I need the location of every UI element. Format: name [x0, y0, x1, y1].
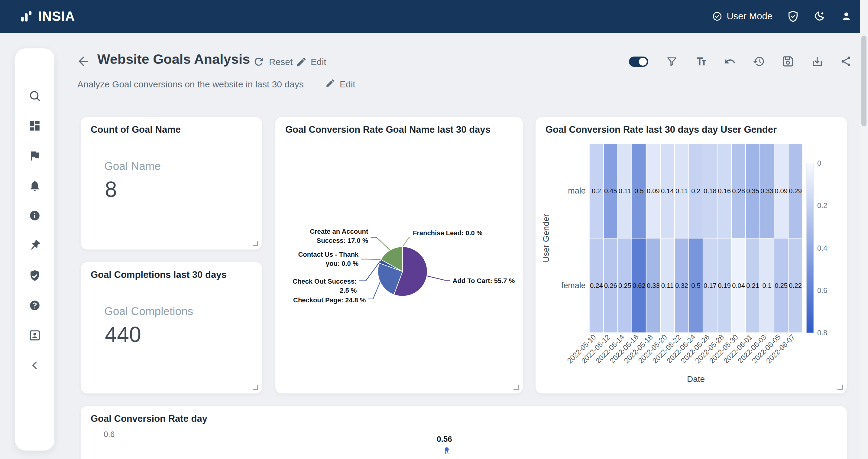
dashboard-icon: [28, 119, 41, 132]
svg-text:0.2: 0.2: [592, 187, 601, 195]
svg-text:0.25: 0.25: [775, 282, 787, 289]
svg-text:0.6: 0.6: [817, 286, 827, 295]
back-button[interactable]: [76, 54, 91, 69]
reset-button[interactable]: Reset: [269, 57, 292, 67]
edit-icon: [296, 56, 307, 68]
save-icon: [782, 55, 794, 67]
brand-logo[interactable]: INSIA: [19, 9, 75, 24]
resize-handle[interactable]: [837, 385, 843, 390]
subtitle-edit-pencil-button[interactable]: [325, 78, 336, 88]
app-root: INSIA User Mode: [0, 0, 868, 459]
svg-text:0.19: 0.19: [718, 282, 731, 289]
svg-text:female: female: [561, 281, 586, 290]
insia-logo-icon: [19, 9, 33, 23]
dashboard-subtitle: Analyze Goal conversions on the website …: [78, 79, 304, 90]
data-point-label: 0.56: [437, 434, 452, 444]
card-title: Goal Conversion Rate Goal Name last 30 d…: [285, 124, 491, 135]
export-icon: [811, 55, 823, 67]
svg-text:0.11: 0.11: [661, 282, 674, 289]
subtitle-edit-button[interactable]: Edit: [340, 79, 355, 90]
flag-icon: [28, 149, 41, 162]
svg-text:0.16: 0.16: [718, 187, 731, 195]
card-title: Goal Conversion Rate last 30 days day Us…: [546, 124, 777, 135]
svg-text:Franchise Lead: 0.0 %: Franchise Lead: 0.0 %: [413, 229, 483, 237]
title-edit-pencil-button[interactable]: [296, 56, 307, 68]
sidebar-item-contact[interactable]: [28, 329, 41, 342]
refresh-button[interactable]: [253, 56, 265, 68]
title-edit-button[interactable]: Edit: [311, 57, 327, 67]
dashboard-view-toggle[interactable]: [629, 57, 648, 67]
card-title: Goal Conversion Rate day: [91, 414, 207, 424]
heatmap-svg[interactable]: 0.20.450.110.50.090.140.110.20.180.160.2…: [535, 117, 847, 393]
toggle-knob: [639, 58, 647, 66]
theme-toggle-button[interactable]: [814, 10, 826, 22]
sidebar-item-security[interactable]: [28, 269, 41, 282]
svg-text:0.24: 0.24: [590, 282, 603, 289]
history-button[interactable]: [753, 55, 765, 67]
sidebar-item-info[interactable]: [28, 209, 41, 222]
sidebar-item-search[interactable]: [28, 90, 41, 102]
svg-text:0.5: 0.5: [691, 282, 701, 289]
resize-handle[interactable]: [253, 241, 258, 246]
heatmap-card: 0.20.450.110.50.090.140.110.20.180.160.2…: [535, 117, 847, 394]
svg-text:0.11: 0.11: [676, 187, 688, 195]
sidebar-item-notifications[interactable]: [28, 179, 41, 192]
sidebar-item-pin[interactable]: [28, 239, 41, 252]
svg-text:0.18: 0.18: [704, 187, 717, 195]
svg-text:0.5: 0.5: [634, 187, 644, 195]
svg-text:0.62: 0.62: [632, 282, 646, 289]
share-icon: [840, 55, 852, 67]
svg-text:0.45: 0.45: [604, 187, 617, 195]
svg-text:0.2: 0.2: [691, 187, 701, 195]
filter-icon: [666, 55, 678, 67]
svg-text:Add To Cart: 55.7 %: Add To Cart: 55.7 %: [453, 277, 515, 284]
help-icon: [28, 299, 41, 312]
check-circle-icon: [712, 11, 722, 22]
history-icon: [753, 55, 765, 67]
svg-text:0.09: 0.09: [775, 187, 787, 195]
svg-text:0: 0: [817, 159, 821, 167]
refresh-icon: [253, 56, 265, 68]
share-button[interactable]: [840, 55, 852, 67]
undo-icon: [724, 55, 736, 67]
svg-text:0.09: 0.09: [647, 187, 660, 195]
line-chart-card: Goal Conversion Rate day 0.6 0.56: [81, 406, 847, 459]
svg-text:0.21: 0.21: [746, 282, 759, 289]
data-point-marker[interactable]: [442, 446, 451, 455]
account-button[interactable]: [840, 10, 852, 22]
resize-handle[interactable]: [253, 385, 258, 390]
privacy-shield-button[interactable]: [787, 10, 799, 22]
undo-button[interactable]: [724, 55, 736, 67]
pie-chart-svg[interactable]: Franchise Lead: 0.0 %Add To Cart: 55.7 %…: [275, 117, 523, 393]
resize-handle[interactable]: [514, 385, 519, 390]
sidebar-item-dashboard[interactable]: [28, 119, 41, 132]
svg-text:0.17: 0.17: [704, 282, 717, 289]
svg-text:0.33: 0.33: [647, 282, 660, 289]
sidebar-item-help[interactable]: [28, 299, 41, 312]
svg-text:User Gender: User Gender: [541, 214, 551, 263]
svg-text:0.32: 0.32: [675, 282, 688, 289]
user-mode-label: User Mode: [726, 11, 773, 22]
scrollbar[interactable]: [860, 0, 868, 459]
svg-text:Checkout Page: 24.8 %: Checkout Page: 24.8 %: [293, 296, 366, 304]
shield-check-icon: [787, 10, 799, 22]
text-size-button[interactable]: [695, 55, 707, 67]
svg-text:0.26: 0.26: [604, 282, 617, 289]
navbar-right: User Mode: [712, 10, 852, 22]
info-icon: [28, 209, 41, 222]
save-button[interactable]: [782, 55, 794, 67]
svg-text:0.22: 0.22: [789, 282, 802, 289]
page-title: Website Goals Analysis: [97, 52, 250, 67]
scrollbar-thumb[interactable]: [861, 36, 867, 126]
svg-text:Check Out Success:2.5 %: Check Out Success:2.5 %: [292, 278, 356, 294]
user-mode-indicator[interactable]: User Mode: [712, 11, 773, 22]
export-button[interactable]: [811, 55, 823, 67]
svg-text:0.14: 0.14: [661, 187, 674, 195]
card-title: Count of Goal Name: [91, 124, 181, 135]
sidebar-collapse-button[interactable]: [28, 359, 41, 372]
filter-button[interactable]: [666, 55, 678, 67]
pushpin-icon: [28, 239, 41, 252]
notifications-icon: [28, 179, 41, 192]
top-navbar: INSIA User Mode: [0, 0, 868, 33]
sidebar-item-flag[interactable]: [28, 149, 41, 162]
